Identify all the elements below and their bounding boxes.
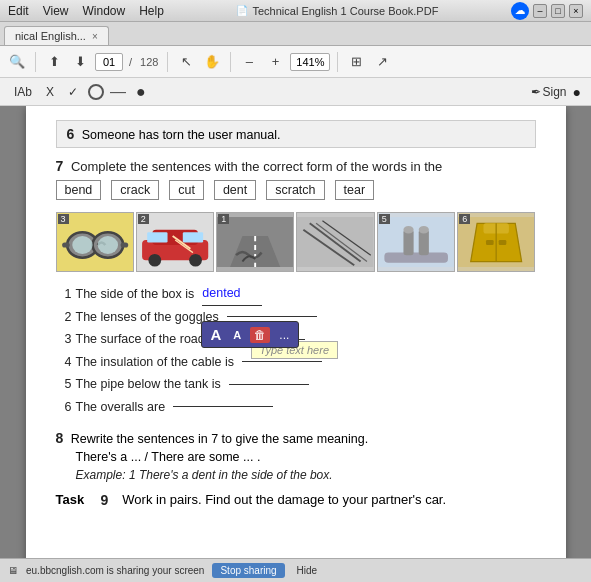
pdf-page: 6 Someone has torn the user manual. 7 Co… xyxy=(26,106,566,558)
image-badge-3: 3 xyxy=(58,214,69,224)
hide-button[interactable]: Hide xyxy=(297,565,318,576)
maximize-button[interactable]: □ xyxy=(551,4,565,18)
export-icon: ↗ xyxy=(377,54,388,69)
image-badge-1: 1 xyxy=(218,214,229,224)
goggles-svg xyxy=(57,217,133,268)
window-controls[interactable]: ☁ – □ × xyxy=(511,2,583,20)
text-popup-menu[interactable]: A A 🗑 ... xyxy=(201,321,300,348)
stop-sharing-button[interactable]: Stop sharing xyxy=(212,563,284,578)
zoom-out-icon: – xyxy=(246,54,253,69)
scratch-svg xyxy=(297,217,373,268)
answer-1[interactable]: dented xyxy=(202,282,262,306)
dropbox-icon[interactable]: ☁ xyxy=(511,2,529,20)
exercise-6-number: 6 xyxy=(67,126,75,142)
blank-4 xyxy=(242,361,322,362)
status-url: eu.bbcnglish.com is sharing your screen xyxy=(26,565,204,576)
images-row: 3 2 xyxy=(56,212,536,272)
word-bend: bend xyxy=(56,180,102,200)
popup-large-a[interactable]: A xyxy=(208,325,225,344)
exercise-8-example: Example: 1 There's a dent in the side of… xyxy=(76,468,536,482)
image-badge-2: 2 xyxy=(138,214,149,224)
exercise-7: 7 Complete the sentences with the correc… xyxy=(56,158,536,174)
exercise-6-text: Someone has torn the user manual. xyxy=(82,128,281,142)
zoom-input[interactable] xyxy=(290,53,330,71)
menu-help[interactable]: Help xyxy=(139,4,164,18)
svg-rect-2 xyxy=(62,242,70,247)
popup-small-a[interactable]: A xyxy=(230,328,244,342)
next-icon: ⬇ xyxy=(75,54,86,69)
zoom-in-button[interactable]: + xyxy=(264,51,286,73)
page-total: 128 xyxy=(138,56,160,68)
iab-button[interactable]: IAb xyxy=(10,83,36,101)
prev-icon: ⬆ xyxy=(49,54,60,69)
menu-window[interactable]: Window xyxy=(82,4,125,18)
menu-bar[interactable]: Edit View Window Help xyxy=(8,4,164,18)
word-dent: dent xyxy=(214,180,256,200)
fit-icon: ⊞ xyxy=(351,54,362,69)
word-box-row: bend crack cut dent scratch tear xyxy=(56,180,536,200)
answer-2[interactable] xyxy=(227,316,317,317)
search-icon: 🔍 xyxy=(9,54,25,69)
dot-button[interactable]: ● xyxy=(132,81,150,103)
road-svg xyxy=(217,217,293,268)
strikethrough-button[interactable]: X xyxy=(42,83,58,101)
toolbar-separator xyxy=(35,52,36,72)
image-scratch xyxy=(296,212,374,272)
menu-edit[interactable]: Edit xyxy=(8,4,29,18)
tab-pdf[interactable]: nical English... × xyxy=(4,26,109,45)
blank-5 xyxy=(229,384,309,385)
tab-close-button[interactable]: × xyxy=(92,31,98,42)
page-number-input[interactable] xyxy=(95,53,123,71)
menu-view[interactable]: View xyxy=(43,4,69,18)
circle-button[interactable] xyxy=(88,84,104,100)
task-label: Task xyxy=(56,492,91,507)
fit-page-button[interactable]: ⊞ xyxy=(345,51,367,73)
popup-more-button[interactable]: ... xyxy=(276,327,292,343)
sentence-1: 1 The side of the box is dented xyxy=(56,282,536,306)
svg-rect-23 xyxy=(384,252,448,262)
svg-rect-3 xyxy=(120,242,128,247)
image-goggles: 3 xyxy=(56,212,134,272)
sign-pen-icon: ✒ xyxy=(531,85,541,99)
sign-button[interactable]: ✒ Sign xyxy=(531,85,567,99)
image-car: 2 xyxy=(136,212,214,272)
svg-point-27 xyxy=(419,225,429,233)
page-separator: / xyxy=(127,56,134,68)
sign-dot-indicator: ● xyxy=(573,84,581,100)
svg-point-9 xyxy=(189,253,202,266)
next-page-button[interactable]: ⬇ xyxy=(69,51,91,73)
sign-label: Sign xyxy=(543,85,567,99)
search-button[interactable]: 🔍 xyxy=(6,51,28,73)
close-button[interactable]: × xyxy=(569,4,583,18)
exercise-8-line1: There's a ... / There are some ... . xyxy=(76,450,261,464)
svg-point-5 xyxy=(97,236,117,254)
dash-button[interactable]: — xyxy=(110,83,126,101)
main-toolbar: 🔍 ⬆ ⬇ / 128 ↖ ✋ – + ⊞ ↗ xyxy=(0,46,591,78)
cursor-icon: ↖ xyxy=(181,54,192,69)
zoom-out-button[interactable]: – xyxy=(238,51,260,73)
popup-delete-button[interactable]: 🗑 xyxy=(250,327,270,343)
hand-tool-button[interactable]: ✋ xyxy=(201,51,223,73)
hand-icon: ✋ xyxy=(204,54,220,69)
svg-rect-25 xyxy=(419,229,429,254)
cursor-tool-button[interactable]: ↖ xyxy=(175,51,197,73)
exercise-7-instruction: Complete the sentences with the correct … xyxy=(71,159,442,174)
blank-6 xyxy=(173,406,273,407)
example-text: 1 There's a dent in the side of the box. xyxy=(129,468,333,482)
word-cut: cut xyxy=(169,180,204,200)
prev-page-button[interactable]: ⬆ xyxy=(43,51,65,73)
export-button[interactable]: ↗ xyxy=(371,51,393,73)
svg-rect-10 xyxy=(147,232,167,242)
tab-bar: nical English... × xyxy=(0,22,591,46)
minimize-button[interactable]: – xyxy=(533,4,547,18)
svg-rect-32 xyxy=(499,239,507,244)
task-number: 9 xyxy=(101,492,109,508)
status-bar: 🖥 eu.bbcnglish.com is sharing your scree… xyxy=(0,558,591,582)
car-svg xyxy=(137,217,213,268)
exercise-7-number: 7 xyxy=(56,158,64,174)
exercise-6-box: 6 Someone has torn the user manual. xyxy=(56,120,536,148)
task-section: Task 9 Work in pairs. Find out the damag… xyxy=(56,492,536,508)
toolbar-separator-3 xyxy=(230,52,231,72)
annotation-toolbar: IAb X ✓ — ● ✒ Sign ● xyxy=(0,78,591,106)
checkmark-button[interactable]: ✓ xyxy=(64,83,82,101)
